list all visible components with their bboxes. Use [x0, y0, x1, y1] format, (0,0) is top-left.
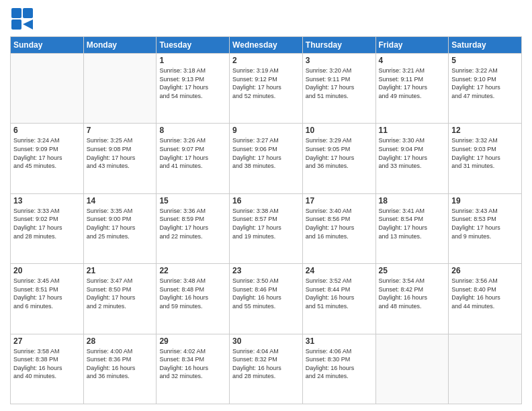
day-number: 29 — [159, 336, 226, 346]
day-info: Sunrise: 3:43 AM Sunset: 8:53 PM Dayligh… — [451, 207, 519, 240]
calendar-cell: 10Sunrise: 3:29 AM Sunset: 9:05 PM Dayli… — [302, 124, 375, 193]
calendar-header-wednesday: Wednesday — [230, 37, 303, 54]
day-number: 17 — [306, 196, 373, 205]
calendar-cell: 17Sunrise: 3:40 AM Sunset: 8:56 PM Dayli… — [302, 193, 375, 263]
day-number: 19 — [451, 196, 519, 205]
day-number: 24 — [306, 266, 373, 275]
calendar-header-thursday: Thursday — [302, 37, 375, 54]
day-number: 23 — [232, 266, 300, 275]
day-number: 6 — [13, 126, 81, 135]
day-number: 26 — [451, 266, 519, 275]
calendar-cell: 13Sunrise: 3:33 AM Sunset: 9:02 PM Dayli… — [11, 193, 84, 263]
day-number: 10 — [306, 126, 373, 135]
calendar-cell: 23Sunrise: 3:50 AM Sunset: 8:46 PM Dayli… — [230, 264, 303, 334]
calendar-cell: 19Sunrise: 3:43 AM Sunset: 8:53 PM Dayli… — [449, 193, 522, 263]
calendar-cell: 6Sunrise: 3:24 AM Sunset: 9:09 PM Daylig… — [11, 124, 84, 193]
day-number: 14 — [87, 196, 154, 205]
day-info: Sunrise: 4:04 AM Sunset: 8:32 PM Dayligh… — [232, 347, 300, 381]
calendar-cell: 29Sunrise: 4:02 AM Sunset: 8:34 PM Dayli… — [157, 334, 230, 404]
header — [10, 7, 522, 31]
calendar-cell — [449, 334, 522, 404]
day-info: Sunrise: 4:00 AM Sunset: 8:36 PM Dayligh… — [87, 347, 154, 381]
calendar-cell: 31Sunrise: 4:06 AM Sunset: 8:30 PM Dayli… — [302, 334, 375, 404]
day-number: 28 — [87, 336, 154, 346]
calendar-week-row: 6Sunrise: 3:24 AM Sunset: 9:09 PM Daylig… — [11, 124, 522, 193]
calendar-cell: 25Sunrise: 3:54 AM Sunset: 8:42 PM Dayli… — [375, 264, 449, 334]
day-number: 31 — [306, 336, 373, 346]
day-info: Sunrise: 3:36 AM Sunset: 8:59 PM Dayligh… — [159, 207, 226, 240]
calendar-cell: 9Sunrise: 3:27 AM Sunset: 9:06 PM Daylig… — [230, 124, 303, 193]
day-number: 5 — [451, 56, 519, 65]
calendar-cell: 22Sunrise: 3:48 AM Sunset: 8:48 PM Dayli… — [157, 264, 230, 334]
day-info: Sunrise: 3:27 AM Sunset: 9:06 PM Dayligh… — [232, 136, 300, 170]
day-number: 16 — [232, 196, 300, 205]
calendar-cell: 11Sunrise: 3:30 AM Sunset: 9:04 PM Dayli… — [375, 124, 449, 193]
calendar-cell — [375, 334, 449, 404]
calendar-header-friday: Friday — [375, 37, 449, 54]
day-info: Sunrise: 4:02 AM Sunset: 8:34 PM Dayligh… — [159, 347, 226, 381]
day-number: 3 — [306, 56, 373, 65]
logo-icon — [10, 7, 34, 31]
day-number: 15 — [159, 196, 226, 205]
calendar-header-tuesday: Tuesday — [157, 37, 230, 54]
day-info: Sunrise: 3:18 AM Sunset: 9:13 PM Dayligh… — [159, 66, 226, 100]
calendar-cell: 2Sunrise: 3:19 AM Sunset: 9:12 PM Daylig… — [230, 54, 303, 124]
svg-rect-2 — [11, 19, 21, 30]
calendar-cell: 16Sunrise: 3:38 AM Sunset: 8:57 PM Dayli… — [230, 193, 303, 263]
calendar-table: SundayMondayTuesdayWednesdayThursdayFrid… — [10, 36, 522, 404]
calendar-cell: 28Sunrise: 4:00 AM Sunset: 8:36 PM Dayli… — [83, 334, 157, 404]
day-info: Sunrise: 3:58 AM Sunset: 8:38 PM Dayligh… — [13, 347, 81, 381]
day-info: Sunrise: 3:40 AM Sunset: 8:56 PM Dayligh… — [306, 207, 373, 240]
day-number: 8 — [159, 126, 226, 135]
svg-rect-0 — [11, 8, 21, 18]
day-info: Sunrise: 3:52 AM Sunset: 8:44 PM Dayligh… — [306, 277, 373, 310]
calendar-cell: 4Sunrise: 3:21 AM Sunset: 9:11 PM Daylig… — [375, 54, 449, 124]
day-number: 12 — [451, 126, 519, 135]
day-info: Sunrise: 3:29 AM Sunset: 9:05 PM Dayligh… — [306, 136, 373, 170]
calendar-cell: 7Sunrise: 3:25 AM Sunset: 9:08 PM Daylig… — [83, 124, 157, 193]
day-info: Sunrise: 3:22 AM Sunset: 9:10 PM Dayligh… — [451, 66, 519, 100]
day-info: Sunrise: 3:45 AM Sunset: 8:51 PM Dayligh… — [13, 277, 81, 310]
day-info: Sunrise: 3:20 AM Sunset: 9:11 PM Dayligh… — [306, 66, 373, 100]
day-info: Sunrise: 3:35 AM Sunset: 9:00 PM Dayligh… — [87, 207, 154, 240]
calendar-cell: 12Sunrise: 3:32 AM Sunset: 9:03 PM Dayli… — [449, 124, 522, 193]
day-info: Sunrise: 3:21 AM Sunset: 9:11 PM Dayligh… — [379, 66, 446, 100]
calendar-cell: 24Sunrise: 3:52 AM Sunset: 8:44 PM Dayli… — [302, 264, 375, 334]
day-number: 13 — [13, 196, 81, 205]
calendar-cell: 8Sunrise: 3:26 AM Sunset: 9:07 PM Daylig… — [157, 124, 230, 193]
calendar-cell: 26Sunrise: 3:56 AM Sunset: 8:40 PM Dayli… — [449, 264, 522, 334]
calendar-week-row: 13Sunrise: 3:33 AM Sunset: 9:02 PM Dayli… — [11, 193, 522, 263]
day-number: 21 — [87, 266, 154, 275]
calendar-header-row: SundayMondayTuesdayWednesdayThursdayFrid… — [11, 37, 522, 54]
day-info: Sunrise: 3:41 AM Sunset: 8:54 PM Dayligh… — [379, 207, 446, 240]
day-number: 22 — [159, 266, 226, 275]
calendar-week-row: 20Sunrise: 3:45 AM Sunset: 8:51 PM Dayli… — [11, 264, 522, 334]
calendar-cell: 3Sunrise: 3:20 AM Sunset: 9:11 PM Daylig… — [302, 54, 375, 124]
calendar-cell: 21Sunrise: 3:47 AM Sunset: 8:50 PM Dayli… — [83, 264, 157, 334]
day-info: Sunrise: 3:30 AM Sunset: 9:04 PM Dayligh… — [379, 136, 446, 170]
calendar-week-row: 27Sunrise: 3:58 AM Sunset: 8:38 PM Dayli… — [11, 334, 522, 404]
calendar-cell: 1Sunrise: 3:18 AM Sunset: 9:13 PM Daylig… — [157, 54, 230, 124]
calendar-header-saturday: Saturday — [449, 37, 522, 54]
calendar-cell — [11, 54, 84, 124]
day-info: Sunrise: 3:47 AM Sunset: 8:50 PM Dayligh… — [87, 277, 154, 310]
day-number: 4 — [379, 56, 446, 65]
calendar-cell: 27Sunrise: 3:58 AM Sunset: 8:38 PM Dayli… — [11, 334, 84, 404]
day-number: 1 — [159, 56, 226, 65]
calendar-cell: 14Sunrise: 3:35 AM Sunset: 9:00 PM Dayli… — [83, 193, 157, 263]
day-info: Sunrise: 3:24 AM Sunset: 9:09 PM Dayligh… — [13, 136, 81, 170]
svg-marker-3 — [23, 19, 33, 30]
day-number: 2 — [232, 56, 300, 65]
day-number: 9 — [232, 126, 300, 135]
day-info: Sunrise: 3:25 AM Sunset: 9:08 PM Dayligh… — [87, 136, 154, 170]
calendar-cell: 5Sunrise: 3:22 AM Sunset: 9:10 PM Daylig… — [449, 54, 522, 124]
day-info: Sunrise: 4:06 AM Sunset: 8:30 PM Dayligh… — [306, 347, 373, 381]
calendar-header-monday: Monday — [83, 37, 157, 54]
page: SundayMondayTuesdayWednesdayThursdayFrid… — [0, 0, 532, 411]
logo — [10, 7, 37, 31]
day-number: 30 — [232, 336, 300, 346]
day-number: 25 — [379, 266, 446, 275]
day-number: 11 — [379, 126, 446, 135]
day-info: Sunrise: 3:48 AM Sunset: 8:48 PM Dayligh… — [159, 277, 226, 310]
day-number: 27 — [13, 336, 81, 346]
